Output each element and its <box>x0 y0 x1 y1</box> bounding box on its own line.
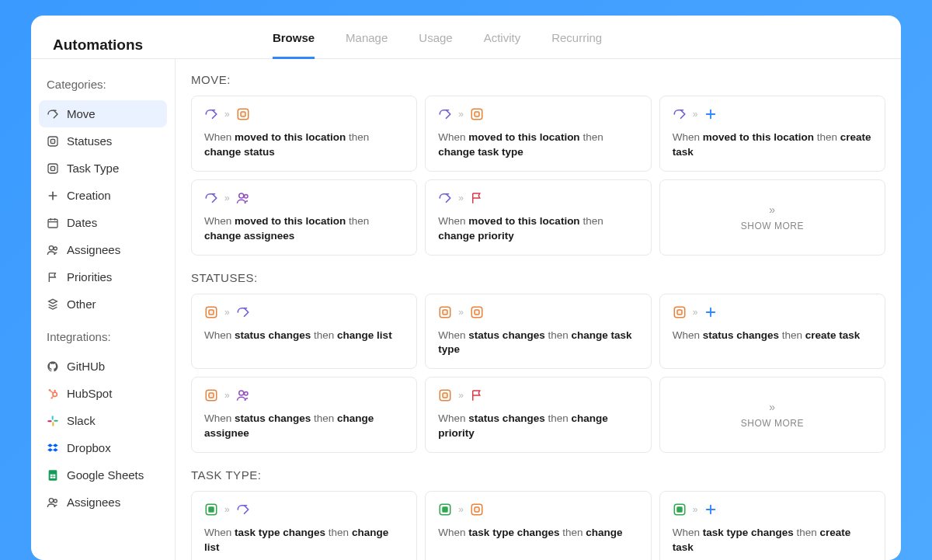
status-icon <box>470 503 484 517</box>
sidebar-item-assignees[interactable]: Assignees <box>39 236 167 263</box>
tab-browse[interactable]: Browse <box>273 31 315 59</box>
sidebar-integration-google-sheets[interactable]: Google Sheets <box>39 461 167 489</box>
sidebar-item-dates[interactable]: Dates <box>39 209 167 236</box>
sidebar-integration-slack[interactable]: Slack <box>39 407 167 434</box>
sidebar-integration-assignees[interactable]: Assignees <box>39 489 167 516</box>
status-icon <box>236 107 250 121</box>
sidebar-item-task-type[interactable]: Task Type <box>39 155 167 182</box>
sidebar-item-priorities[interactable]: Priorities <box>39 263 167 290</box>
tab-manage[interactable]: Manage <box>346 31 388 59</box>
people-icon <box>47 244 59 256</box>
sidebar-item-label: Statuses <box>67 134 112 148</box>
card-description: When status changes then change priority <box>438 412 638 441</box>
github-icon <box>47 360 59 373</box>
chevron-right-icon: » <box>458 307 464 318</box>
tasktype-icon <box>438 503 452 517</box>
svg-rect-44 <box>677 310 682 315</box>
svg-rect-52 <box>443 393 447 398</box>
svg-rect-42 <box>475 310 479 315</box>
card-description: When moved to this location then change … <box>204 214 404 244</box>
sidebar-item-creation[interactable]: Creation <box>39 182 167 209</box>
chevron-right-icon: » <box>458 193 464 203</box>
arrow-icon <box>236 503 250 517</box>
sidebar-item-statuses[interactable]: Statuses <box>39 127 167 155</box>
body: Categories: MoveStatusesTask TypeCreatio… <box>31 59 901 560</box>
sidebar-item-other[interactable]: Other <box>39 290 167 318</box>
main-content: MOVE:»When moved to this location then c… <box>176 59 901 560</box>
tasktype-icon <box>204 503 218 517</box>
svg-point-50 <box>244 392 248 396</box>
show-more-button[interactable]: »SHOW MORE <box>659 377 885 453</box>
card-icons: » <box>438 388 638 402</box>
chevron-right-icon: » <box>224 390 230 401</box>
svg-rect-21 <box>52 422 54 426</box>
automation-card[interactable]: »When moved to this location then change… <box>425 96 651 172</box>
automation-card[interactable]: »When status changes then change list <box>191 294 417 370</box>
svg-rect-48 <box>209 393 214 398</box>
card-grid: »When status changes then change list»Wh… <box>191 294 885 454</box>
automation-card[interactable]: »When task type changes then change <box>425 491 651 560</box>
svg-rect-1 <box>50 139 54 143</box>
status-icon <box>673 305 687 319</box>
automation-card[interactable]: »When task type changes then create task <box>659 491 885 560</box>
svg-point-27 <box>49 498 53 502</box>
app-window: Automations BrowseManageUsageActivityRec… <box>31 16 901 560</box>
chevron-right-icon: » <box>693 504 698 515</box>
sidebar-integration-github[interactable]: GitHUb <box>39 353 167 380</box>
sidebar-integration-hubspot[interactable]: HubSpot <box>39 380 167 407</box>
card-description: When task type changes then change list <box>204 526 404 555</box>
svg-rect-54 <box>209 507 214 512</box>
automation-card[interactable]: »When moved to this location then change… <box>191 179 417 256</box>
automation-card[interactable]: »When status changes then change task ty… <box>425 294 651 370</box>
svg-rect-58 <box>475 507 479 512</box>
automation-card[interactable]: »When status changes then change priorit… <box>425 377 651 453</box>
show-more-button[interactable]: »SHOW MORE <box>659 179 885 256</box>
sidebar-item-move[interactable]: Move <box>39 100 167 127</box>
sidebar-item-label: Dropbox <box>67 441 111 454</box>
show-more-label: SHOW MORE <box>741 418 804 429</box>
sidebar-item-label: Assignees <box>67 496 120 509</box>
card-icons: » <box>204 388 404 402</box>
arrow-icon <box>673 107 687 121</box>
sidebar-item-label: Assignees <box>67 243 120 256</box>
svg-point-49 <box>238 391 243 395</box>
group-title: MOVE: <box>191 73 885 86</box>
tab-recurring[interactable]: Recurring <box>551 31 602 59</box>
card-description: When status changes then create task <box>673 329 872 343</box>
chevron-right-icon: » <box>769 203 775 216</box>
status-icon <box>470 305 484 319</box>
sidebar-item-label: Google Sheets <box>67 468 144 482</box>
automation-card[interactable]: »When status changes then change assigne… <box>191 377 417 453</box>
automation-card[interactable]: »When task type changes then change list <box>191 491 417 560</box>
arrow-icon <box>438 191 452 205</box>
automation-card[interactable]: »When status changes then create task <box>659 294 885 370</box>
plus-icon <box>704 503 718 517</box>
card-icons: » <box>204 191 404 205</box>
sidebar-item-label: HubSpot <box>67 387 112 400</box>
automation-card[interactable]: »When moved to this location then change… <box>425 179 651 256</box>
svg-rect-6 <box>48 219 57 228</box>
status-icon <box>204 305 218 319</box>
automation-card[interactable]: »When moved to this location then change… <box>191 96 417 172</box>
svg-point-36 <box>244 194 248 198</box>
chevron-right-icon: » <box>693 109 698 120</box>
chevron-right-icon: » <box>458 504 464 515</box>
svg-rect-56 <box>443 507 447 512</box>
tabs: BrowseManageUsageActivityRecurring <box>273 31 602 59</box>
sidebar-integration-dropbox[interactable]: Dropbox <box>39 434 167 461</box>
tab-activity[interactable]: Activity <box>484 31 521 59</box>
tasktype-icon <box>673 503 687 517</box>
sidebar-item-label: Priorities <box>67 270 112 283</box>
card-icons: » <box>204 305 404 319</box>
automation-card[interactable]: »When moved to this location then create… <box>659 96 885 172</box>
flag-icon <box>47 271 59 283</box>
sidebar-item-label: Task Type <box>67 162 119 175</box>
sidebar-item-label: Move <box>67 107 96 120</box>
tab-usage[interactable]: Usage <box>419 31 452 59</box>
chevron-right-icon: » <box>224 307 230 318</box>
card-icons: » <box>438 305 638 319</box>
svg-rect-3 <box>50 166 54 170</box>
assignees-icon <box>47 496 59 509</box>
card-icons: » <box>204 107 404 121</box>
svg-rect-40 <box>443 310 447 315</box>
